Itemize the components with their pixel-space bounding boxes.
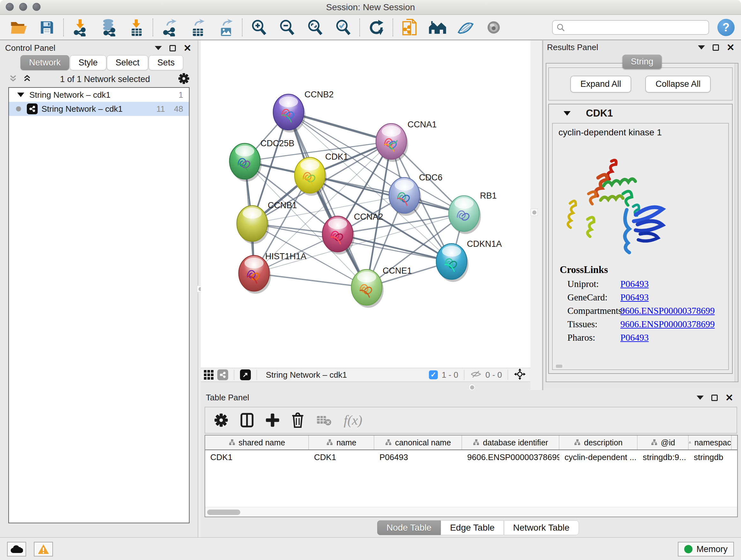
zoom-selected-icon[interactable]: [334, 18, 352, 37]
network-collection-row[interactable]: String Network – cdk1 1: [9, 88, 189, 102]
tab-string[interactable]: String: [623, 55, 662, 69]
warnings-button[interactable]: [34, 542, 53, 557]
column-header-canonical-name[interactable]: canonical name: [374, 435, 462, 449]
gene-section-header[interactable]: CDK1: [549, 105, 732, 122]
network-node-CDC6[interactable]: CDC6: [389, 173, 443, 216]
tab-sets[interactable]: Sets: [149, 55, 183, 70]
panel-menu-icon[interactable]: [698, 45, 705, 50]
network-node-HIST1H1A[interactable]: HIST1H1A: [239, 252, 307, 294]
string-enhance-icon[interactable]: [456, 18, 475, 37]
table-hscrollbar[interactable]: [205, 507, 737, 516]
tab-edge-table[interactable]: Edge Table: [441, 520, 504, 535]
column-header-description[interactable]: description: [559, 435, 637, 449]
table-cell[interactable]: P06493: [374, 450, 462, 464]
table-cell[interactable]: cyclin-dependent ...: [559, 450, 637, 464]
open-session-icon[interactable]: [10, 18, 28, 37]
search-input[interactable]: [552, 20, 709, 35]
network-node-RB1[interactable]: RB1: [449, 191, 497, 234]
refresh-layout-icon[interactable]: [367, 18, 386, 37]
crosslink-tissues[interactable]: 9606.ENSP00000378699: [620, 319, 715, 329]
network-node-CDKN1A[interactable]: CDKN1A: [436, 239, 502, 282]
save-session-icon[interactable]: [38, 18, 56, 37]
network-node-CCNB1[interactable]: CCNB1: [237, 200, 297, 244]
table-cell[interactable]: CDK1: [205, 450, 309, 464]
selected-items-checkbox[interactable]: ✓: [429, 370, 438, 379]
float-panel-icon[interactable]: [170, 45, 176, 51]
string-lens-icon[interactable]: [484, 18, 503, 37]
export-network-icon[interactable]: [160, 18, 179, 37]
results-scrollbar[interactable]: [735, 64, 738, 381]
network-node-CCNE1[interactable]: CCNE1: [351, 266, 412, 308]
table-cell[interactable]: stringdb:9...: [637, 450, 689, 464]
panel-menu-icon[interactable]: [155, 46, 162, 50]
details-scrollbar[interactable]: [556, 365, 562, 368]
network-node-CDK1[interactable]: CDK1: [294, 152, 348, 196]
delete-table-icon[interactable]: [316, 414, 332, 427]
crosslink-label: Pharos:: [567, 332, 620, 343]
string-protein-query-icon[interactable]: [400, 18, 419, 37]
tab-network[interactable]: Network: [20, 55, 69, 70]
table-options-gear-icon[interactable]: [214, 413, 228, 427]
table-cell[interactable]: 9606.ENSP00000378699: [462, 450, 559, 464]
collapse-all-button[interactable]: Collapse All: [645, 76, 711, 92]
close-panel-icon[interactable]: ✕: [184, 45, 192, 51]
column-header-namespac[interactable]: namespac: [689, 435, 732, 449]
expand-all-button[interactable]: Expand All: [570, 76, 631, 92]
expand-all-networks-icon[interactable]: [22, 74, 32, 84]
column-header-database-identifier[interactable]: database identifier: [462, 435, 559, 449]
zoom-fit-icon[interactable]: [306, 18, 324, 37]
export-table-icon[interactable]: [188, 18, 207, 37]
memory-button[interactable]: Memory: [678, 542, 734, 557]
tab-style[interactable]: Style: [70, 55, 106, 70]
close-panel-icon[interactable]: ✕: [725, 395, 733, 401]
zoom-in-icon[interactable]: [250, 18, 268, 37]
crosslink-genecard[interactable]: P06493: [620, 292, 649, 303]
network-view-canvas[interactable]: CCNB2CCNA1CDC25BCDK1CDC6RB1CCNB1CCNA2CDK…: [201, 41, 530, 368]
import-table-file-icon[interactable]: [127, 18, 145, 37]
panel-menu-icon[interactable]: [697, 395, 704, 400]
crosslink-pharos[interactable]: P06493: [620, 332, 649, 343]
node-label-CCNB1: CCNB1: [268, 200, 297, 210]
table-row[interactable]: CDK1CDK1P064939606.ENSP00000378699cyclin…: [205, 450, 737, 464]
delete-column-icon[interactable]: [291, 413, 304, 428]
network-row-selected[interactable]: String Network – cdk1 11 48: [9, 102, 189, 116]
tab-network-table[interactable]: Network Table: [504, 520, 579, 535]
column-header--id[interactable]: @id: [637, 435, 689, 449]
grid-view-icon[interactable]: [204, 370, 213, 380]
network-graph[interactable]: CCNB2CCNA1CDC25BCDK1CDC6RB1CCNB1CCNA2CDK…: [201, 41, 530, 368]
import-network-database-icon[interactable]: [99, 18, 118, 37]
float-panel-icon[interactable]: [711, 395, 718, 401]
collection-expander-icon[interactable]: [17, 92, 24, 97]
crosslink-uniprot[interactable]: P06493: [620, 279, 649, 289]
add-column-icon[interactable]: [266, 413, 279, 428]
memory-label: Memory: [696, 544, 728, 554]
title-bar: Session: New Session: [0, 0, 741, 15]
tab-select[interactable]: Select: [107, 55, 148, 70]
network-bullet-icon: [16, 106, 21, 111]
bottom-splitter-handle[interactable]: [468, 384, 475, 391]
close-panel-icon[interactable]: ✕: [727, 44, 735, 51]
cloud-services-button[interactable]: [7, 542, 26, 557]
show-columns-icon[interactable]: [240, 413, 254, 428]
tab-node-table[interactable]: Node Table: [377, 520, 441, 535]
gene-expander-icon[interactable]: [563, 111, 570, 116]
help-button[interactable]: ?: [718, 19, 735, 36]
export-image-icon[interactable]: [216, 18, 235, 37]
column-header-shared-name[interactable]: shared name: [205, 435, 309, 449]
network-view-title: String Network – cdk1: [266, 370, 347, 380]
birdseye-toggle-icon[interactable]: [514, 368, 526, 381]
collapse-all-networks-icon[interactable]: [8, 74, 18, 84]
table-cell[interactable]: stringdb: [689, 450, 732, 464]
float-panel-icon[interactable]: [713, 44, 719, 51]
network-overview-icon[interactable]: [217, 369, 228, 380]
column-header-name[interactable]: name: [309, 435, 374, 449]
right-splitter-handle[interactable]: [531, 209, 538, 216]
table-cell[interactable]: CDK1: [309, 450, 374, 464]
zoom-out-icon[interactable]: [278, 18, 296, 37]
function-builder-icon[interactable]: f(x): [344, 413, 362, 428]
detach-view-icon[interactable]: [240, 369, 251, 380]
network-options-gear-icon[interactable]: [178, 73, 190, 85]
crosslink-compartments[interactable]: 9606.ENSP00000378699: [620, 306, 715, 316]
import-network-file-icon[interactable]: [71, 18, 89, 37]
string-home-icon[interactable]: [428, 18, 447, 37]
